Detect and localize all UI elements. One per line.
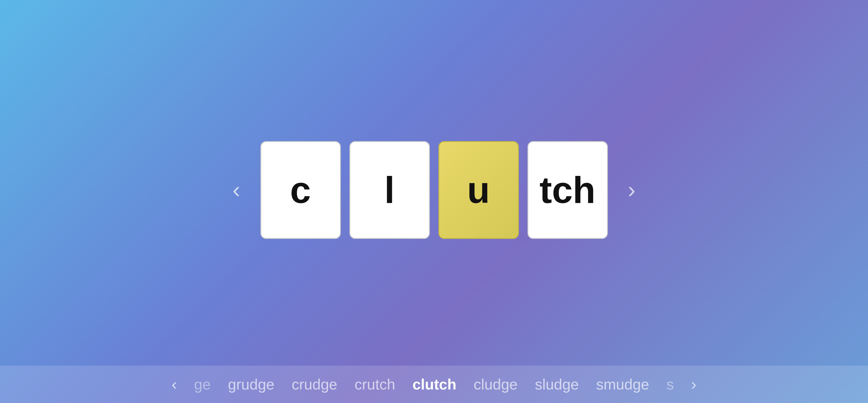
word-item-s[interactable]: s bbox=[666, 376, 674, 393]
word-item-crutch[interactable]: crutch bbox=[354, 376, 395, 393]
card-u-letter: u bbox=[467, 168, 490, 211]
word-item-ge[interactable]: ge bbox=[194, 376, 211, 393]
word-item-grudge[interactable]: grudge bbox=[228, 376, 275, 393]
prev-card-button[interactable]: ‹ bbox=[221, 171, 252, 209]
word-item-smudge[interactable]: smudge bbox=[596, 376, 649, 393]
card-tch-letter: tch bbox=[539, 168, 595, 211]
word-bar: ‹ ge grudge crudge crutch clutch cludge … bbox=[0, 366, 868, 403]
cards-row: ‹ c l u tch › bbox=[221, 141, 647, 239]
card-l-letter: l bbox=[384, 168, 395, 211]
app-background: ‹ c l u tch › ‹ ge grudge bbox=[0, 0, 868, 403]
word-item-sludge[interactable]: sludge bbox=[535, 376, 579, 393]
word-bar-prev-button[interactable]: ‹ bbox=[172, 375, 177, 394]
next-card-button[interactable]: › bbox=[617, 171, 647, 209]
card-tch[interactable]: tch bbox=[527, 141, 608, 239]
card-l[interactable]: l bbox=[349, 141, 430, 239]
card-c[interactable]: c bbox=[260, 141, 341, 239]
card-c-letter: c bbox=[290, 168, 311, 211]
main-area: ‹ c l u tch › bbox=[0, 0, 868, 403]
word-bar-next-button[interactable]: › bbox=[691, 375, 696, 394]
word-item-clutch[interactable]: clutch bbox=[412, 376, 456, 393]
word-item-cludge[interactable]: cludge bbox=[474, 376, 518, 393]
word-item-crudge[interactable]: crudge bbox=[292, 376, 337, 393]
card-u[interactable]: u bbox=[438, 141, 519, 239]
